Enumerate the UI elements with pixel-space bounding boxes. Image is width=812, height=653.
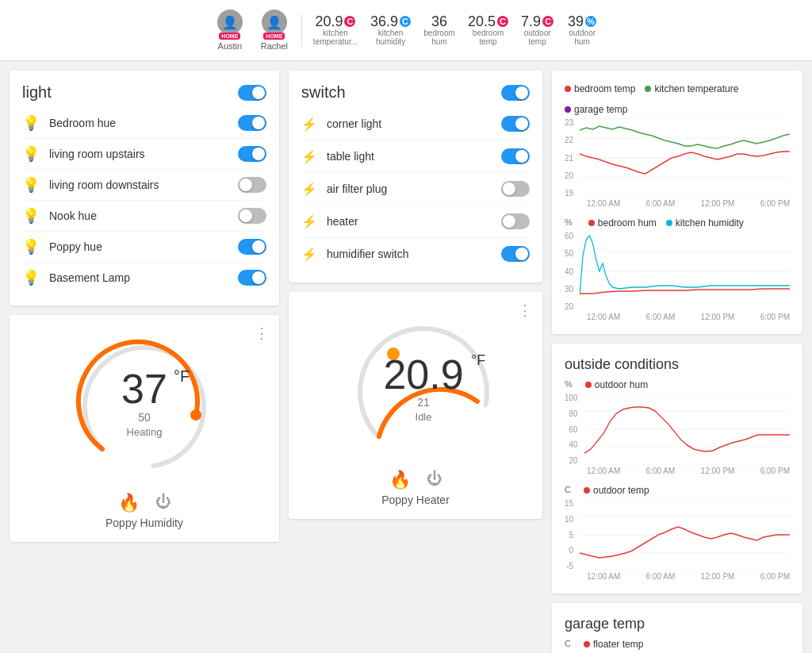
svg-text:°F: °F bbox=[174, 367, 190, 385]
thermostat2-controls: 🔥 ⏻ bbox=[389, 470, 442, 490]
austin-avatar: 👤 bbox=[217, 10, 243, 35]
outdoor-temp-xlabels: 12:00 AM6:00 AM12:00 PM6:00 PM bbox=[587, 572, 790, 581]
plug-icon: ⚡ bbox=[301, 149, 317, 164]
svg-text:37: 37 bbox=[121, 366, 167, 412]
garage-title: garage temp bbox=[565, 616, 790, 632]
outdoor-hum-legend: % outdoor hum bbox=[565, 379, 790, 390]
outdoor-temp-legend: C outdoor temp bbox=[565, 485, 790, 496]
thermostat1-fire[interactable]: 🔥 bbox=[118, 493, 140, 513]
stat-outdoor-temp: 7.9 C outdoortemp bbox=[516, 11, 558, 49]
stat-bedroom-temp: 20.5 C bedroomtemp bbox=[463, 11, 513, 49]
light-item-poppy: 💡 Poppy hue bbox=[22, 232, 266, 263]
bulb-icon: 💡 bbox=[22, 145, 40, 163]
bulb-icon: 💡 bbox=[22, 269, 40, 286]
bulb-icon: 💡 bbox=[22, 176, 40, 194]
user-rachel[interactable]: 👤 Rachel bbox=[254, 6, 295, 54]
light-toggle-living-down[interactable] bbox=[238, 177, 266, 193]
user-austin[interactable]: 👤 Austin bbox=[209, 6, 251, 54]
svg-text:Idle: Idle bbox=[416, 411, 432, 423]
switch-master-toggle[interactable] bbox=[501, 85, 530, 101]
switch-toggle-airfilter[interactable] bbox=[501, 181, 530, 197]
thermostat1-name: Poppy Humidity bbox=[105, 517, 183, 529]
outdoor-temp-svg bbox=[580, 499, 790, 570]
garage-temp-card: garage temp C floater temp 15141312 12:0 bbox=[552, 603, 802, 653]
garage-legend: C floater temp bbox=[565, 639, 790, 650]
rachel-avatar: 👤 bbox=[262, 10, 287, 35]
thermostat2-name: Poppy Heater bbox=[381, 494, 450, 506]
switch-item-heater: ⚡ heater bbox=[301, 206, 530, 238]
thermostat1-card: ⋮ 37 °F 50 Heating 🔥 ⏻ Poppy Humidity bbox=[10, 315, 279, 542]
left-column: light 💡 Bedroom hue 💡 living room upstai… bbox=[10, 71, 279, 653]
light-item-living-up: 💡 living room upstairs bbox=[22, 139, 266, 170]
outdoor-hum-svg bbox=[584, 394, 790, 465]
thermostat2-dial: 20.9 °F 21 Idle bbox=[344, 313, 487, 455]
top-bar: 👤 Austin 👤 Rachel 20.9 C kitchentemperat… bbox=[0, 0, 812, 61]
switch-item-airfilter: ⚡ air filter plug bbox=[301, 173, 530, 206]
stat-bedroom-hum: 36 bedroomhum bbox=[419, 11, 460, 49]
stat-kitchen-temp: 20.9 C kitchentemperatur... bbox=[308, 11, 362, 49]
outside-conditions-card: outside conditions % outdoor hum 1008060… bbox=[552, 344, 802, 593]
light-master-toggle[interactable] bbox=[238, 85, 266, 101]
thermostat2-power[interactable]: ⏻ bbox=[427, 470, 442, 490]
bulb-icon: 💡 bbox=[22, 238, 40, 255]
svg-text:21: 21 bbox=[417, 396, 430, 409]
switch-card: switch ⚡ corner light ⚡ table light ⚡ ai… bbox=[289, 71, 542, 282]
light-toggle-basement[interactable] bbox=[238, 270, 266, 286]
switch-title: switch bbox=[301, 83, 346, 102]
indoor-hum-legend: % bedroom hum kitchen humidity bbox=[565, 217, 790, 229]
indoor-chart-card: bedroom temp kitchen temperature garage … bbox=[552, 71, 802, 334]
light-toggle-living-up[interactable] bbox=[238, 146, 266, 162]
mid-column: switch ⚡ corner light ⚡ table light ⚡ ai… bbox=[289, 71, 542, 653]
light-item-basement: 💡 Basement Lamp bbox=[22, 263, 266, 293]
thermostat1-power[interactable]: ⏻ bbox=[155, 493, 171, 513]
switch-item-corner: ⚡ corner light bbox=[301, 108, 530, 140]
indoor-temp-svg bbox=[580, 118, 790, 198]
light-title: light bbox=[22, 83, 52, 102]
stat-kitchen-hum: 36.9 C kitchenhumidity bbox=[366, 11, 416, 49]
svg-text:20.9: 20.9 bbox=[383, 351, 463, 398]
light-item-bedroom: 💡 Bedroom hue bbox=[22, 108, 266, 139]
indoor-temp-legend: bedroom temp kitchen temperature garage … bbox=[565, 83, 790, 115]
outside-title: outside conditions bbox=[565, 356, 790, 373]
plug-icon: ⚡ bbox=[301, 247, 317, 262]
austin-name: Austin bbox=[218, 41, 243, 51]
thermostat2-menu[interactable]: ⋮ bbox=[518, 302, 533, 319]
switch-list: ⚡ corner light ⚡ table light ⚡ air filte… bbox=[301, 108, 530, 270]
light-toggle-poppy[interactable] bbox=[238, 239, 266, 255]
thermostat1-menu[interactable]: ⋮ bbox=[255, 325, 270, 342]
rachel-name: Rachel bbox=[261, 41, 288, 51]
indoor-temp-xlabels: 12:00 AM6:00 AM12:00 PM6:00 PM bbox=[587, 199, 790, 208]
plug-icon: ⚡ bbox=[301, 117, 317, 132]
switch-toggle-corner[interactable] bbox=[501, 116, 530, 132]
svg-text:50: 50 bbox=[138, 411, 151, 424]
light-toggle-bedroom[interactable] bbox=[238, 115, 266, 131]
light-item-living-down: 💡 living room downstairs bbox=[22, 170, 266, 201]
svg-point-1 bbox=[190, 409, 201, 421]
thermostat2-fire[interactable]: 🔥 bbox=[389, 470, 411, 490]
svg-text:Heating: Heating bbox=[127, 426, 163, 438]
bulb-icon: 💡 bbox=[22, 207, 40, 225]
switch-toggle-heater[interactable] bbox=[501, 213, 530, 229]
light-item-nook: 💡 Nook hue bbox=[22, 201, 266, 232]
indoor-hum-svg bbox=[580, 232, 790, 311]
plug-icon: ⚡ bbox=[301, 214, 317, 229]
outdoor-hum-xlabels: 12:00 AM6:00 AM12:00 PM6:00 PM bbox=[587, 467, 790, 475]
svg-text:°F: °F bbox=[471, 352, 485, 368]
switch-item-table: ⚡ table light bbox=[301, 140, 530, 173]
switch-item-humidifier: ⚡ humidifier switch bbox=[301, 238, 530, 270]
right-column: bedroom temp kitchen temperature garage … bbox=[552, 71, 802, 653]
switch-toggle-humidifier[interactable] bbox=[501, 246, 530, 262]
light-list: 💡 Bedroom hue 💡 living room upstairs 💡 l… bbox=[22, 108, 266, 293]
light-toggle-nook[interactable] bbox=[238, 208, 266, 224]
switch-toggle-table[interactable] bbox=[501, 148, 530, 164]
bulb-icon: 💡 bbox=[22, 114, 40, 132]
thermostat1-controls: 🔥 ⏻ bbox=[118, 493, 171, 513]
stat-outdoor-hum: 39 % outdoorhum bbox=[561, 11, 603, 49]
thermostat1-dial: 37 °F 50 Heating bbox=[73, 336, 216, 478]
light-card: light 💡 Bedroom hue 💡 living room upstai… bbox=[10, 71, 279, 305]
indoor-hum-xlabels: 12:00 AM6:00 AM12:00 PM6:00 PM bbox=[587, 313, 790, 321]
thermostat2-card: ⋮ 20.9 °F 21 Idle 🔥 ⏻ Poppy Heater bbox=[289, 292, 542, 519]
plug-icon: ⚡ bbox=[301, 182, 317, 197]
